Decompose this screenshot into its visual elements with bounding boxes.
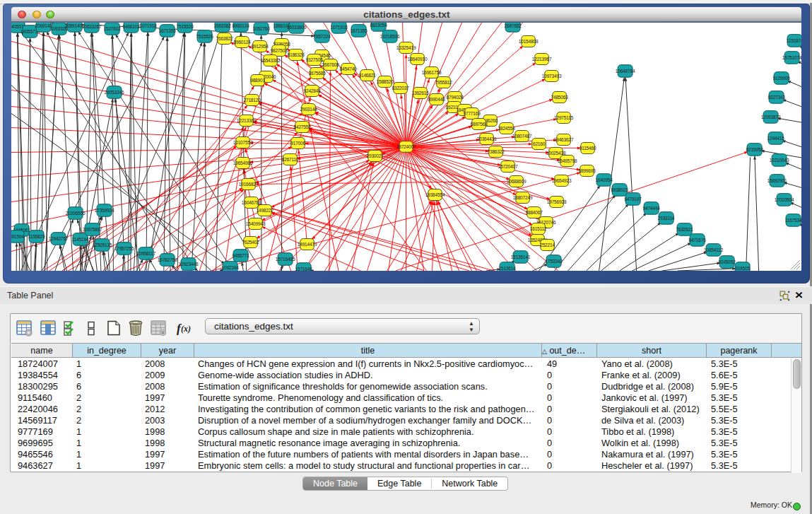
svg-text:8427552: 8427552 [294,124,312,129]
svg-text:20364436: 20364436 [477,136,497,141]
svg-text:8454749: 8454749 [340,66,358,71]
svg-text:391594: 391594 [11,233,25,238]
svg-text:1151874: 1151874 [787,37,801,42]
svg-text:12213967: 12213967 [532,56,552,61]
svg-text:10958117: 10958117 [136,250,156,255]
svg-text:1513614: 1513614 [499,265,517,270]
svg-text:8960124: 8960124 [233,23,250,28]
svg-text:1640954: 1640954 [596,177,613,182]
svg-text:10633267: 10633267 [82,23,102,28]
svg-text:1671355: 1671355 [351,28,368,33]
svg-text:8990448: 8990448 [428,96,446,101]
svg-text:12505135: 12505135 [93,242,112,247]
svg-text:9884067: 9884067 [526,209,543,214]
svg-text:17359924: 17359924 [95,207,114,212]
svg-text:924505: 924505 [736,265,751,270]
svg-text:62160: 62160 [533,141,546,146]
svg-text:1753342: 1753342 [546,258,563,263]
svg-text:15495798: 15495798 [558,158,577,163]
svg-text:16782759: 16782759 [158,257,177,262]
svg-text:8938923: 8938923 [611,187,629,192]
svg-text:1167534: 1167534 [785,217,801,222]
svg-text:3824554: 3824554 [498,125,516,130]
svg-text:9827503: 9827503 [271,47,288,52]
svg-text:(x): (x) [181,323,191,333]
svg-text:8960124: 8960124 [234,39,252,44]
svg-text:10154808: 10154808 [519,38,539,43]
svg-text:2903144: 2903144 [300,106,318,111]
svg-text:252214: 252214 [541,242,555,247]
svg-text:7857224: 7857224 [314,33,331,38]
svg-text:10648784: 10648784 [616,68,635,73]
svg-text:3675685: 3675685 [309,70,326,75]
svg-text:14914479: 14914479 [298,241,317,246]
svg-text:8813054: 8813054 [370,23,388,28]
svg-text:17957255: 17957255 [114,245,134,250]
svg-text:15751074: 15751074 [782,54,801,59]
svg-text:8912954: 8912954 [252,43,269,48]
svg-text:7386322: 7386322 [488,148,505,153]
svg-text:1145194: 1145194 [72,236,89,241]
svg-text:6899695: 6899695 [579,168,596,173]
svg-text:15720407: 15720407 [498,163,518,168]
svg-text:13325419: 13325419 [396,45,416,49]
svg-text:1498222: 1498222 [257,207,274,212]
svg-text:12093872: 12093872 [761,114,781,119]
svg-text:19384554: 19384554 [425,192,445,197]
svg-text:1588520: 1588520 [377,78,394,83]
svg-text:9465771: 9465771 [233,252,250,257]
svg-text:20206556: 20206556 [66,210,86,215]
svg-text:16046788: 16046788 [242,199,261,204]
svg-text:10654112: 10654112 [704,247,724,252]
svg-text:6479197: 6479197 [625,196,642,201]
svg-text:10025438: 10025438 [546,150,566,155]
svg-text:10107553: 10107553 [233,139,253,144]
svg-text:16961758: 16961758 [422,69,442,74]
svg-text:7515526: 7515526 [177,23,194,28]
svg-text:1092344: 1092344 [222,264,240,269]
svg-text:7663822: 7663822 [216,35,234,40]
svg-text:9129906: 9129906 [773,75,791,80]
svg-text:9327505: 9327505 [306,57,324,62]
svg-text:9777169: 9777169 [464,110,481,115]
svg-text:15409948: 15409948 [246,221,266,226]
svg-text:1071918: 1071918 [331,24,348,29]
svg-text:7625402: 7625402 [242,239,260,244]
svg-text:18807249: 18807249 [513,194,533,199]
svg-text:1571648: 1571648 [295,266,313,270]
svg-text:10688609: 10688609 [507,178,526,183]
svg-text:9245052: 9245052 [719,259,736,264]
svg-text:1244415: 1244415 [767,135,785,140]
svg-text:9115460: 9115460 [579,145,596,150]
svg-text:7515526: 7515526 [196,33,214,38]
svg-text:1663382: 1663382 [214,23,232,28]
svg-text:6466102: 6466102 [123,23,141,28]
svg-text:9242848: 9242848 [304,88,322,93]
svg-text:8186328: 8186328 [288,52,305,57]
svg-text:9146821: 9146821 [359,72,377,77]
svg-text:12975115: 12975115 [554,115,574,119]
svg-text:19654923: 19654923 [552,177,572,182]
svg-text:12923448: 12923448 [179,261,199,266]
svg-text:1671355: 1671355 [159,28,177,33]
svg-text:18640910: 18640910 [408,56,428,61]
svg-text:1156829: 1156829 [28,233,45,238]
svg-text:10210643: 10210643 [770,157,789,162]
svg-text:29053346: 29053346 [105,89,124,94]
svg-text:12213369: 12213369 [237,117,257,122]
svg-text:15136141: 15136141 [511,254,531,259]
svg-text:2687682: 2687682 [505,23,522,28]
svg-text:8322037: 8322037 [392,85,410,90]
svg-text:30975867: 30975867 [83,226,102,231]
svg-text:2667608: 2667608 [322,62,340,66]
svg-text:10807487: 10807487 [512,133,532,138]
svg-text:2930027: 2930027 [367,153,384,158]
svg-text:1615112: 1615112 [530,226,547,230]
svg-text:8267110: 8267110 [282,156,299,161]
svg-text:17010504: 17010504 [775,197,794,201]
svg-text:7485063: 7485063 [551,94,569,99]
svg-text:19218506: 19218506 [380,33,400,38]
svg-text:19654983: 19654983 [233,160,253,165]
svg-text:1527602: 1527602 [104,25,122,30]
svg-text:10973493: 10973493 [542,73,562,78]
